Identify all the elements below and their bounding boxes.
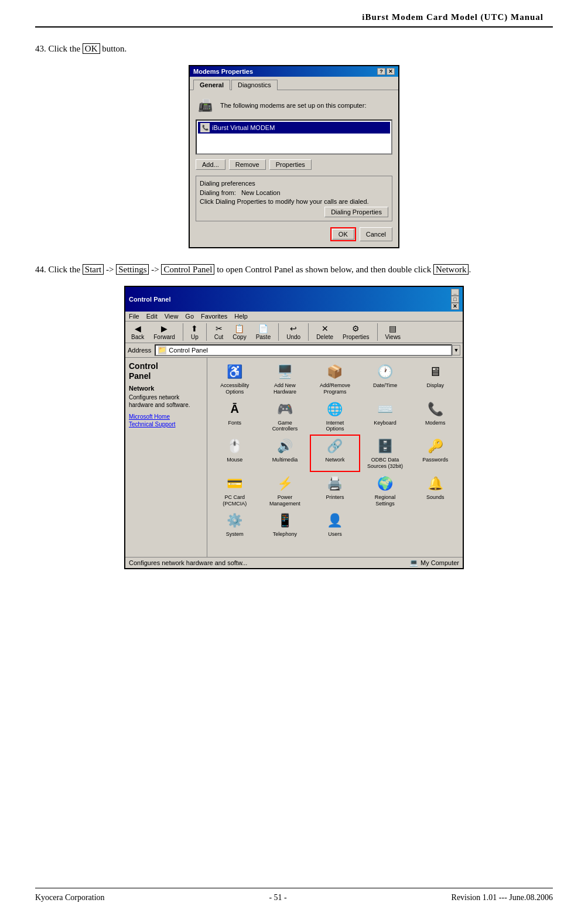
icon-fonts[interactable]: Ā Fonts (211, 399, 259, 434)
cp-status-left: Configures network hardware and softw... (129, 559, 247, 566)
cut-label: Cut (214, 334, 224, 340)
sounds-icon: 🔔 (426, 474, 445, 493)
cp-address-bar: Address 📁 Control Panel ▼ (125, 343, 463, 358)
icon-game-controllers[interactable]: 🎮 GameControllers (261, 399, 309, 434)
step-44-prefix: 44. Click the (35, 265, 83, 274)
telephony-label: Telephony (273, 531, 297, 538)
modems-help-btn[interactable]: ? (377, 68, 385, 75)
cp-maximize-btn[interactable]: □ (451, 296, 459, 303)
cp-cut-btn[interactable]: ✂ Cut (211, 323, 227, 341)
cp-statusbar: Configures network hardware and softw...… (125, 557, 463, 568)
modems-phone-icon: 📠 (196, 96, 214, 115)
up-label: Up (191, 334, 199, 340)
pccard-icon: 💳 (225, 474, 244, 493)
properties-icon: ⚙ (352, 324, 360, 333)
step-44-cp-box: Control Panel (161, 264, 214, 275)
system-label: System (226, 531, 244, 538)
icon-add-new-hardware[interactable]: 🖥️ Add NewHardware (261, 361, 309, 396)
cp-menu-help[interactable]: Help (234, 313, 248, 320)
icon-system[interactable]: ⚙️ System (211, 510, 259, 539)
footer-page-number: - 51 - (105, 893, 452, 902)
step-44-text: 44. Click the Start -> Settings -> Contr… (35, 262, 553, 276)
cp-views-btn[interactable]: ▤ Views (382, 323, 405, 341)
icon-regional-settings[interactable]: 🌍 RegionalSettings (361, 473, 409, 508)
icon-pc-card[interactable]: 💳 PC Card(PCMCIA) (211, 473, 259, 508)
icon-sounds[interactable]: 🔔 Sounds (411, 473, 459, 508)
icon-telephony[interactable]: 📱 Telephony (261, 510, 309, 539)
step-44-arrow1: -> (104, 265, 116, 274)
cp-menu-favorites[interactable]: Favorites (201, 313, 227, 320)
cp-menu-edit[interactable]: Edit (146, 313, 158, 320)
cp-menu-file[interactable]: File (129, 313, 139, 320)
cp-sidebar: ControlPanel Network Configures network … (125, 358, 207, 557)
modems-add-btn[interactable]: Add... (196, 159, 225, 170)
passwords-label: Passwords (422, 457, 448, 463)
modems-list-area: 📞 iBurst Virtual MODEM (196, 119, 392, 155)
modems-action-buttons: Add... Remove Properties (196, 159, 392, 170)
icon-odbc[interactable]: 🗄️ ODBC DataSources (32bit) (361, 436, 409, 471)
toolbar-sep-4 (308, 323, 309, 341)
cp-close-btn[interactable]: ✕ (451, 303, 459, 310)
power-label: PowerManagement (269, 494, 300, 507)
modems-screenshot-container: Modems Properties ? ✕ General Diagnostic… (35, 65, 553, 248)
ok-button-highlight: OK (330, 227, 356, 241)
datetime-label: Date/Time (373, 382, 397, 389)
address-dropdown-btn[interactable]: ▼ (452, 345, 460, 355)
step-44-settings-box: Settings (116, 264, 149, 275)
back-label: Back (131, 334, 144, 340)
cp-copy-btn[interactable]: 📋 Copy (229, 323, 249, 341)
icon-power-management[interactable]: ⚡ PowerManagement (261, 473, 309, 508)
icon-keyboard[interactable]: ⌨️ Keyboard (361, 399, 409, 434)
cp-delete-btn[interactable]: ✕ Delete (313, 323, 337, 341)
display-label: Display (426, 382, 444, 389)
icon-modems[interactable]: 📞 Modems (411, 399, 459, 434)
cp-undo-btn[interactable]: ↩ Undo (283, 323, 304, 341)
icon-internet-options[interactable]: 🌐 InternetOptions (311, 399, 359, 434)
icon-mouse[interactable]: 🖱️ Mouse (211, 436, 259, 471)
cut-icon: ✂ (216, 324, 223, 333)
modems-dialog: Modems Properties ? ✕ General Diagnostic… (189, 65, 399, 248)
icon-passwords[interactable]: 🔑 Passwords (411, 436, 459, 471)
icon-multimedia[interactable]: 🔊 Multimedia (261, 436, 309, 471)
modems-properties-btn[interactable]: Properties (269, 159, 312, 170)
dialing-properties-btn[interactable]: Dialing Properties (324, 207, 388, 217)
copy-label: Copy (233, 334, 246, 340)
icon-accessibility-options[interactable]: ♿ AccessibilityOptions (211, 361, 259, 396)
cp-sidebar-link-tech-support[interactable]: Technical Support (129, 421, 203, 427)
paste-icon: 📄 (258, 324, 268, 333)
modems-cancel-btn[interactable]: Cancel (360, 227, 392, 241)
cp-menu-view[interactable]: View (165, 313, 179, 320)
cp-paste-btn[interactable]: 📄 Paste (252, 323, 275, 341)
modems-tab-diagnostics[interactable]: Diagnostics (231, 80, 278, 90)
modems-ok-btn[interactable]: OK (332, 229, 354, 240)
modems-list-item[interactable]: 📞 iBurst Virtual MODEM (198, 122, 390, 134)
fonts-icon: Ā (225, 400, 244, 419)
cp-properties-btn[interactable]: ⚙ Properties (339, 323, 373, 341)
icon-date-time[interactable]: 🕐 Date/Time (361, 361, 409, 396)
modems-close-btn[interactable]: ✕ (387, 68, 395, 75)
cp-title-bar: Control Panel _ □ ✕ (125, 287, 463, 312)
modems-description: The following modems are set up on this … (220, 102, 392, 109)
modems-tab-general[interactable]: General (193, 80, 230, 90)
icon-network[interactable]: 🔗 Network (311, 436, 359, 471)
address-label: Address (128, 347, 151, 354)
cp-minimize-btn[interactable]: _ (451, 289, 459, 296)
cp-forward-btn[interactable]: ▶ Forward (150, 323, 179, 341)
cp-menubar: File Edit View Go Favorites Help (125, 312, 463, 322)
cp-sidebar-link-ms-home[interactable]: Microsoft Home (129, 413, 203, 420)
cp-menu-go[interactable]: Go (185, 313, 194, 320)
icon-printers[interactable]: 🖨️ Printers (311, 473, 359, 508)
cp-body: ControlPanel Network Configures network … (125, 358, 463, 557)
step-44-start-box: Start (83, 264, 104, 275)
modems-remove-btn[interactable]: Remove (229, 159, 266, 170)
cp-back-btn[interactable]: ◀ Back (128, 323, 148, 341)
address-value: Control Panel (169, 347, 208, 354)
cp-up-btn[interactable]: ⬆ Up (187, 323, 202, 341)
toolbar-sep-2 (206, 323, 207, 341)
step-43-after: button. (100, 44, 127, 53)
icon-add-remove-programs[interactable]: 📦 Add/RemovePrograms (311, 361, 359, 396)
icon-display[interactable]: 🖥 Display (411, 361, 459, 396)
mouse-icon: 🖱️ (225, 437, 244, 456)
copy-icon: 📋 (234, 324, 244, 333)
icon-users[interactable]: 👤 Users (311, 510, 359, 539)
